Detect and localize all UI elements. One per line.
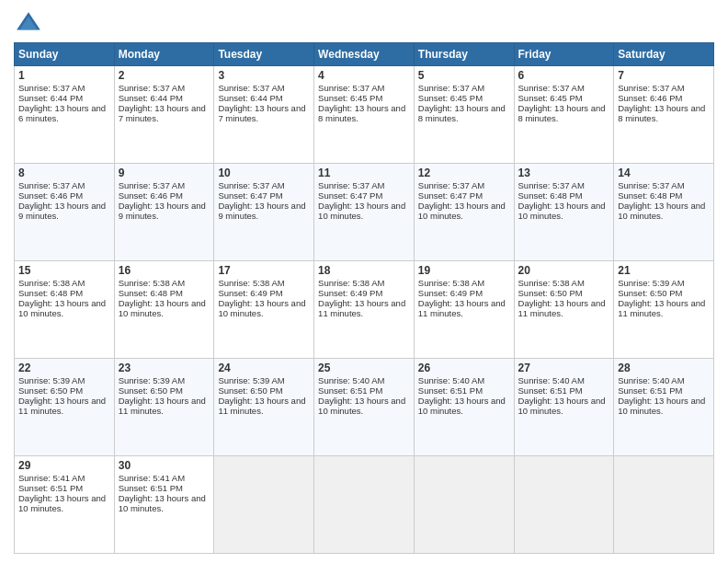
daylight-text: Daylight: 13 hours and 10 minutes. xyxy=(418,396,510,416)
daylight-text: Daylight: 13 hours and 10 minutes. xyxy=(119,493,210,513)
sunrise-text: Sunrise: 5:39 AM xyxy=(618,278,710,288)
day-number: 14 xyxy=(618,167,710,179)
day-number: 22 xyxy=(18,362,110,374)
daylight-text: Daylight: 13 hours and 9 minutes. xyxy=(18,201,110,221)
calendar-cell: 24Sunrise: 5:39 AMSunset: 6:50 PMDayligh… xyxy=(214,359,314,456)
daylight-text: Daylight: 13 hours and 11 minutes. xyxy=(518,298,610,318)
calendar-cell: 14Sunrise: 5:37 AMSunset: 6:48 PMDayligh… xyxy=(614,164,714,261)
sunset-text: Sunset: 6:48 PM xyxy=(119,288,210,298)
day-number: 2 xyxy=(119,69,210,82)
daylight-text: Daylight: 13 hours and 11 minutes. xyxy=(218,396,310,416)
header-cell-sunday: Sunday xyxy=(15,43,115,66)
daylight-text: Daylight: 13 hours and 11 minutes. xyxy=(418,298,510,318)
calendar-cell: 19Sunrise: 5:38 AMSunset: 6:49 PMDayligh… xyxy=(414,261,514,359)
sunrise-text: Sunrise: 5:37 AM xyxy=(119,180,210,190)
daylight-text: Daylight: 13 hours and 10 minutes. xyxy=(18,298,110,318)
sunrise-text: Sunrise: 5:39 AM xyxy=(18,375,110,385)
calendar-week-3: 22Sunrise: 5:39 AMSunset: 6:50 PMDayligh… xyxy=(15,359,714,456)
day-number: 5 xyxy=(418,69,510,82)
sunrise-text: Sunrise: 5:37 AM xyxy=(18,83,110,93)
calendar-cell: 1Sunrise: 5:37 AMSunset: 6:44 PMDaylight… xyxy=(15,66,115,164)
sunrise-text: Sunrise: 5:41 AM xyxy=(18,473,110,483)
daylight-text: Daylight: 13 hours and 10 minutes. xyxy=(518,201,610,221)
calendar-cell xyxy=(414,456,514,554)
day-number: 24 xyxy=(218,362,310,374)
day-number: 27 xyxy=(518,362,610,374)
sunset-text: Sunset: 6:44 PM xyxy=(218,93,310,103)
sunrise-text: Sunrise: 5:38 AM xyxy=(518,278,610,288)
calendar-week-2: 15Sunrise: 5:38 AMSunset: 6:48 PMDayligh… xyxy=(15,261,714,359)
daylight-text: Daylight: 13 hours and 10 minutes. xyxy=(518,396,610,416)
daylight-text: Daylight: 13 hours and 11 minutes. xyxy=(119,396,210,416)
header-cell-wednesday: Wednesday xyxy=(314,43,415,66)
sunset-text: Sunset: 6:48 PM xyxy=(518,190,610,201)
daylight-text: Daylight: 13 hours and 9 minutes. xyxy=(218,201,310,221)
sunset-text: Sunset: 6:51 PM xyxy=(618,385,710,396)
sunset-text: Sunset: 6:46 PM xyxy=(18,190,110,201)
sunrise-text: Sunrise: 5:38 AM xyxy=(318,278,410,288)
daylight-text: Daylight: 13 hours and 11 minutes. xyxy=(618,298,710,318)
sunset-text: Sunset: 6:45 PM xyxy=(518,93,610,103)
sunset-text: Sunset: 6:48 PM xyxy=(618,190,710,201)
daylight-text: Daylight: 13 hours and 8 minutes. xyxy=(518,103,610,123)
day-number: 9 xyxy=(119,167,210,179)
calendar-cell: 17Sunrise: 5:38 AMSunset: 6:49 PMDayligh… xyxy=(214,261,314,359)
calendar-cell: 29Sunrise: 5:41 AMSunset: 6:51 PMDayligh… xyxy=(15,456,115,554)
sunrise-text: Sunrise: 5:41 AM xyxy=(119,473,210,483)
calendar-week-1: 8Sunrise: 5:37 AMSunset: 6:46 PMDaylight… xyxy=(15,164,714,261)
sunrise-text: Sunrise: 5:40 AM xyxy=(518,375,610,385)
sunset-text: Sunset: 6:49 PM xyxy=(218,288,310,298)
calendar-cell xyxy=(214,456,314,554)
day-number: 1 xyxy=(18,69,110,82)
day-number: 23 xyxy=(119,362,210,374)
calendar-week-4: 29Sunrise: 5:41 AMSunset: 6:51 PMDayligh… xyxy=(15,456,714,554)
header-cell-tuesday: Tuesday xyxy=(214,43,314,66)
calendar-cell: 4Sunrise: 5:37 AMSunset: 6:45 PMDaylight… xyxy=(314,66,415,164)
daylight-text: Daylight: 13 hours and 10 minutes. xyxy=(318,396,410,416)
sunrise-text: Sunrise: 5:39 AM xyxy=(218,375,310,385)
calendar-cell xyxy=(614,456,714,554)
sunrise-text: Sunrise: 5:37 AM xyxy=(518,83,610,93)
sunset-text: Sunset: 6:47 PM xyxy=(218,190,310,201)
sunset-text: Sunset: 6:51 PM xyxy=(318,385,410,396)
sunrise-text: Sunrise: 5:38 AM xyxy=(119,278,210,288)
header-cell-saturday: Saturday xyxy=(614,43,714,66)
logo xyxy=(14,9,47,39)
sunset-text: Sunset: 6:44 PM xyxy=(18,93,110,103)
day-number: 6 xyxy=(518,69,610,82)
sunrise-text: Sunrise: 5:39 AM xyxy=(119,375,210,385)
sunset-text: Sunset: 6:48 PM xyxy=(18,288,110,298)
day-number: 26 xyxy=(418,362,510,374)
sunset-text: Sunset: 6:50 PM xyxy=(119,385,210,396)
daylight-text: Daylight: 13 hours and 8 minutes. xyxy=(618,103,710,123)
sunset-text: Sunset: 6:51 PM xyxy=(119,483,210,493)
sunset-text: Sunset: 6:50 PM xyxy=(18,385,110,396)
sunrise-text: Sunrise: 5:38 AM xyxy=(218,278,310,288)
sunrise-text: Sunrise: 5:37 AM xyxy=(119,83,210,93)
daylight-text: Daylight: 13 hours and 6 minutes. xyxy=(18,103,110,123)
sunrise-text: Sunrise: 5:37 AM xyxy=(218,180,310,190)
calendar-table: SundayMondayTuesdayWednesdayThursdayFrid… xyxy=(14,42,714,554)
calendar-cell: 16Sunrise: 5:38 AMSunset: 6:48 PMDayligh… xyxy=(114,261,214,359)
daylight-text: Daylight: 13 hours and 10 minutes. xyxy=(318,201,410,221)
calendar-cell: 28Sunrise: 5:40 AMSunset: 6:51 PMDayligh… xyxy=(614,359,714,456)
daylight-text: Daylight: 13 hours and 7 minutes. xyxy=(218,103,310,123)
calendar-cell: 30Sunrise: 5:41 AMSunset: 6:51 PMDayligh… xyxy=(114,456,214,554)
sunset-text: Sunset: 6:47 PM xyxy=(318,190,410,201)
sunset-text: Sunset: 6:51 PM xyxy=(418,385,510,396)
day-number: 16 xyxy=(119,264,210,277)
calendar-cell: 20Sunrise: 5:38 AMSunset: 6:50 PMDayligh… xyxy=(514,261,614,359)
calendar-cell: 22Sunrise: 5:39 AMSunset: 6:50 PMDayligh… xyxy=(15,359,115,456)
calendar-cell: 7Sunrise: 5:37 AMSunset: 6:46 PMDaylight… xyxy=(614,66,714,164)
calendar-cell: 3Sunrise: 5:37 AMSunset: 6:44 PMDaylight… xyxy=(214,66,314,164)
daylight-text: Daylight: 13 hours and 10 minutes. xyxy=(618,396,710,416)
sunset-text: Sunset: 6:45 PM xyxy=(318,93,410,103)
calendar-cell: 27Sunrise: 5:40 AMSunset: 6:51 PMDayligh… xyxy=(514,359,614,456)
header-cell-thursday: Thursday xyxy=(414,43,514,66)
day-number: 28 xyxy=(618,362,710,374)
sunrise-text: Sunrise: 5:37 AM xyxy=(18,180,110,190)
day-number: 12 xyxy=(418,167,510,179)
sunrise-text: Sunrise: 5:37 AM xyxy=(318,83,410,93)
calendar-cell: 9Sunrise: 5:37 AMSunset: 6:46 PMDaylight… xyxy=(114,164,214,261)
calendar-cell xyxy=(514,456,614,554)
